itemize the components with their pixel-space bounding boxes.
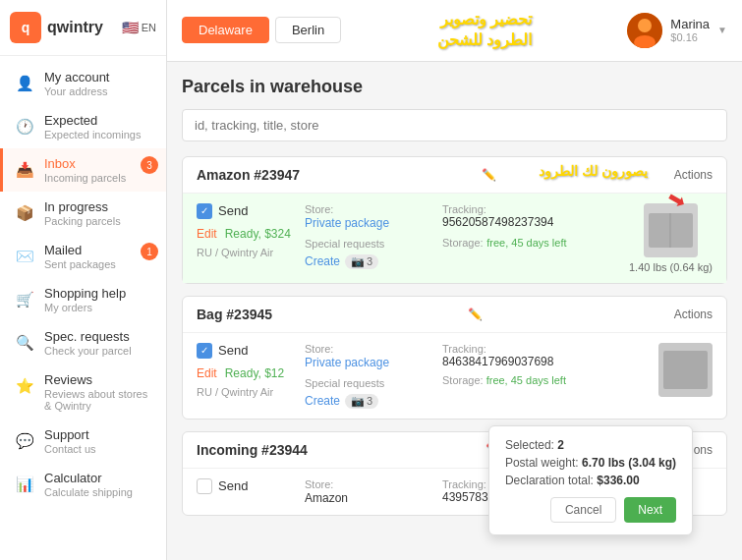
ready-label-1: Ready, $324 [225, 227, 291, 241]
send-label-3: Send [218, 478, 248, 493]
inbox-label: Inbox [44, 156, 126, 171]
actions-btn-2[interactable]: Actions [674, 308, 713, 321]
chevron-down-icon[interactable]: ▼ [717, 25, 727, 35]
service-1: RU / Qwintry Air [197, 247, 273, 258]
cancel-button[interactable]: Cancel [550, 497, 616, 523]
popup-declaration-label: Declaration total: [505, 474, 594, 487]
reviews-sublabel: Reviews about stores & Qwintry [44, 388, 156, 412]
send-section-3: Send [197, 478, 295, 502]
inbox-sublabel: Incoming parcels [44, 172, 126, 184]
special-req-label-1: Special requests [305, 238, 384, 250]
send-checkbox-1[interactable]: ✓ [197, 203, 212, 219]
sidebar-item-calculator[interactable]: 📊 Calculator Calculate shipping [0, 463, 166, 506]
specreq-sublabel: Check your parcel [44, 345, 132, 357]
shopping-label: Shopping help [44, 286, 126, 301]
header-annotation: تحضير وتصوير الطرود للشحن [437, 10, 532, 51]
storage-label-2: Storage: [442, 374, 484, 386]
tab-berlin[interactable]: Berlin [275, 17, 341, 43]
next-button[interactable]: Next [624, 497, 676, 523]
send-checkbox-2[interactable]: ✓ [197, 343, 212, 359]
sidebar-item-expected[interactable]: 🕐 Expected Expected incomings [0, 105, 166, 148]
inbox-icon: 📥 [13, 158, 36, 182]
tab-delaware[interactable]: Delaware [182, 17, 269, 43]
card1-annotation: يصورون لك الطرود [539, 163, 648, 179]
avatar [627, 13, 662, 48]
sidebar-item-inprogress[interactable]: 📦 In progress Packing parcels [0, 192, 166, 235]
search-input[interactable] [182, 109, 727, 141]
edit-link-1[interactable]: Edit [197, 227, 217, 241]
card-header-1: Amazon #23947 ✏️ يصورون لك الطرود ➡ Acti… [183, 157, 726, 194]
selection-popup: Selected: 2 Postal weight: 6.70 lbs (3.0… [488, 425, 693, 535]
create-link-1[interactable]: Create [305, 254, 340, 268]
store-value-1[interactable]: Private package [305, 216, 389, 230]
popup-weight-label: Postal weight: [505, 456, 579, 470]
popup-selected-value: 2 [557, 438, 564, 452]
edit-icon-1[interactable]: ✏️ [482, 168, 496, 182]
content-area: Parcels in warehouse Amazon #23947 ✏️ يص… [167, 62, 742, 560]
tracking-number-1: 95620587498237394 [442, 215, 590, 229]
shopping-icon: 🛒 [13, 288, 36, 311]
popup-declaration-value: $336.00 [597, 474, 639, 487]
main-area: Delaware Berlin تحضير وتصوير الطرود للشح… [167, 0, 742, 560]
actions-btn-1[interactable]: Actions [674, 168, 713, 182]
calculator-icon: 📊 [13, 473, 36, 496]
support-label: Support [44, 427, 96, 442]
page-title: Parcels in warehouse [182, 77, 727, 97]
sidebar-item-mailed[interactable]: ✉️ Mailed Sent packages 1 [0, 235, 166, 278]
tracking-section-1: Tracking: 95620587498237394 Storage: fre… [442, 203, 590, 250]
reviews-icon: ⭐ [13, 374, 36, 398]
sidebar-item-specreq[interactable]: 🔍 Spec. requests Check your parcel [0, 321, 166, 364]
tracking-label-1: Tracking: [442, 203, 590, 215]
store-label-1: Store: [305, 203, 432, 215]
card-header-2: Bag #23945 ✏️ Actions [183, 297, 726, 333]
sidebar-item-shopping[interactable]: 🛒 Shopping help My orders [0, 278, 166, 321]
popup-weight-value: 6.70 lbs (3.04 kg) [582, 456, 676, 470]
store-value-2[interactable]: Private package [305, 356, 389, 369]
parcel-img-2 [658, 343, 713, 397]
parcel-id-1: Amazon #23947 [197, 167, 300, 183]
expected-sublabel: Expected incomings [44, 129, 141, 140]
calculator-label: Calculator [44, 471, 133, 485]
send-section-2: ✓ Send Edit Ready, $12 RU / Qwintry Air [197, 343, 295, 399]
special-req-label-2: Special requests [305, 377, 384, 389]
ready-label-2: Ready, $12 [225, 366, 285, 380]
storage-label-1: Storage: [442, 237, 484, 249]
parcel-id-2: Bag #23945 [197, 307, 272, 322]
service-2: RU / Qwintry Air [197, 386, 273, 398]
mailed-label: Mailed [44, 243, 116, 257]
sidebar-item-account[interactable]: 👤 My account Your address [0, 62, 166, 105]
mailed-icon: ✉️ [13, 245, 36, 268]
sidebar-item-inbox[interactable]: 📥 Inbox Incoming parcels 3 [0, 148, 166, 192]
inbox-badge: 3 [141, 156, 158, 174]
specreq-label: Spec. requests [44, 329, 132, 344]
sidebar-item-reviews[interactable]: ⭐ Reviews Reviews about stores & Qwintry [0, 364, 166, 420]
edit-link-2[interactable]: Edit [197, 366, 217, 380]
expected-icon: 🕐 [13, 115, 36, 139]
store-section-3: Store: Amazon [305, 478, 432, 505]
send-checkbox-3[interactable] [197, 478, 212, 494]
store-label-3: Store: [305, 478, 432, 490]
inprogress-icon: 📦 [13, 201, 36, 225]
store-section-1: Store: Private package Special requests … [305, 203, 432, 269]
popup-declaration-row: Declaration total: $336.00 [505, 474, 676, 487]
reviews-label: Reviews [44, 372, 156, 387]
photo-badge-1: 📷 3 [345, 254, 378, 269]
send-label-1: Send [218, 203, 248, 218]
inprogress-sublabel: Packing parcels [44, 215, 121, 227]
user-balance: $0.16 [670, 31, 710, 43]
edit-icon-2[interactable]: ✏️ [468, 308, 483, 321]
calculator-sublabel: Calculate shipping [44, 486, 133, 498]
sidebar-item-support[interactable]: 💬 Support Contact us [0, 420, 166, 463]
support-sublabel: Contact us [44, 443, 96, 455]
create-link-2[interactable]: Create [305, 394, 340, 408]
tracking-section-2: Tracking: 84638417969037698 Storage: fre… [442, 343, 590, 386]
parcel-id-3: Incoming #23944 [197, 442, 308, 458]
support-icon: 💬 [13, 429, 36, 453]
account-icon: 👤 [13, 72, 36, 95]
parcel-card-2: Bag #23945 ✏️ Actions ✓ Send Edit Ready,… [182, 296, 727, 420]
account-sublabel: Your address [44, 85, 109, 97]
svg-rect-7 [663, 351, 708, 389]
send-section-1: ✓ Send Edit Ready, $324 RU / Qwintry Air [197, 203, 295, 259]
store-label-2: Store: [305, 343, 432, 355]
lang-badge[interactable]: 🇺🇸 EN [122, 20, 156, 35]
